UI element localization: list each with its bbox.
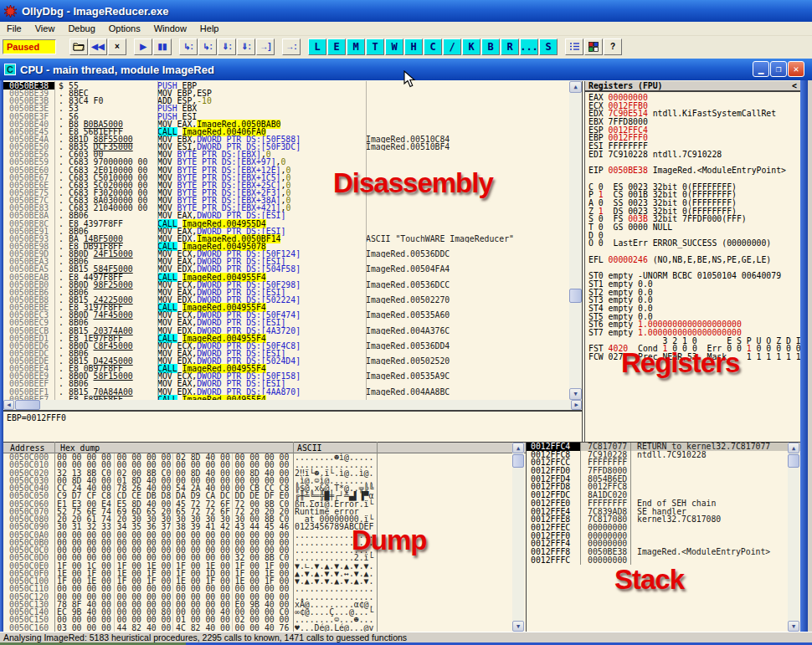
- dump-col-hex[interactable]: Hex dump: [60, 443, 100, 453]
- minimize-button[interactable]: ▁: [753, 61, 769, 77]
- stack-row[interactable]: 0012FFFC00000000: [527, 556, 800, 565]
- info-pane: EBP=0012FFF0: [3, 410, 582, 442]
- status-indicator: Paused: [3, 39, 56, 54]
- title-bar[interactable]: OllyDbg - ImageReducer.exe: [0, 0, 812, 22]
- disasm-comment: [366, 128, 582, 136]
- menu-item-view[interactable]: View: [28, 23, 62, 34]
- help-button[interactable]: ?: [604, 38, 622, 55]
- disasm-comment: [366, 258, 582, 265]
- scroll-up-icon[interactable]: ▲: [569, 81, 582, 93]
- disasm-bytes: 83C4 F0: [69, 97, 157, 105]
- references-button[interactable]: R: [501, 38, 519, 55]
- annotation-stack: Stack: [614, 564, 684, 596]
- disasm-row[interactable]: 0050BE38$55PUSH EBP: [3, 82, 582, 90]
- register-line[interactable]: T 0 GS 0000 NULL: [585, 223, 800, 232]
- disasm-hscrollbar[interactable]: ◀ ▶: [3, 400, 582, 410]
- disasm-row[interactable]: 0050BEE9.8B0D 58F15000MOV ECX,DWORD PTR …: [3, 372, 582, 380]
- disasm-comment: [366, 274, 582, 281]
- register-line[interactable]: EFL 00000246 (NO,NB,E,BE,NS,PE,GE,LE): [585, 256, 800, 264]
- handles-button[interactable]: H: [404, 38, 423, 55]
- close-icon[interactable]: ✕: [788, 61, 804, 77]
- dump-col-ascii[interactable]: ASCII: [297, 443, 322, 453]
- appearance-button[interactable]: [584, 38, 603, 55]
- source-button[interactable]: S: [539, 38, 558, 55]
- animate-over-button[interactable]: ⇓:: [237, 38, 255, 55]
- dump-vscroll-thumb[interactable]: [512, 454, 524, 468]
- menu-item-options[interactable]: Options: [102, 23, 147, 34]
- restart-button[interactable]: ◀◀: [89, 38, 107, 55]
- disasm-row[interactable]: 0050BEC3.8B0D 74F45000MOV ECX,DWORD PTR …: [3, 311, 582, 319]
- dump-col-address[interactable]: Address: [10, 443, 44, 453]
- step-over-button[interactable]: ↳:: [198, 38, 217, 55]
- disasm-vscroll-thumb[interactable]: [569, 289, 582, 303]
- disasm-row[interactable]: 0050BE8C.E8 4397F8FFCALL ImageRed.004955…: [3, 220, 582, 228]
- open-file-button[interactable]: [69, 38, 88, 55]
- menu-item-help[interactable]: Help: [193, 23, 226, 34]
- disasm-row[interactable]: 0050BED6.8B0D C8F45000MOV ECX,DWORD PTR …: [3, 342, 582, 350]
- stack-comment: End of SEH chain: [631, 499, 800, 508]
- scroll-down-icon[interactable]: ▼: [569, 388, 582, 400]
- scroll-right-icon[interactable]: ▶: [571, 400, 582, 410]
- scroll-down-icon[interactable]: ▼: [788, 621, 799, 632]
- disasm-comment: [366, 243, 582, 250]
- disasm-comment: [366, 365, 582, 372]
- collapse-icon[interactable]: <: [792, 81, 797, 90]
- disasm-row[interactable]: 0050BEB0.8B0D 98F25000MOV ECX,DWORD PTR …: [3, 281, 582, 289]
- registers-header[interactable]: Registers (FPU) <: [585, 81, 800, 92]
- scroll-up-icon[interactable]: ▲: [512, 443, 524, 453]
- window-frame-right: [800, 80, 808, 632]
- threads-button[interactable]: T: [366, 38, 384, 55]
- disasm-row[interactable]: 0050BE3B.83C4 F0ADD ESP,-10: [3, 97, 582, 105]
- disasm-comment: [366, 204, 582, 212]
- windows-button[interactable]: W: [385, 38, 403, 55]
- stack-comment: [631, 532, 800, 540]
- register-line[interactable]: O 0 LastErr ERROR_SUCCESS (00000000): [585, 239, 800, 248]
- disasm-comment: [366, 289, 582, 296]
- execute-till-return-button[interactable]: →]: [256, 38, 275, 55]
- stack-comment: [631, 458, 800, 467]
- step-into-button[interactable]: ↳:: [179, 38, 198, 55]
- breakpoints-button[interactable]: B: [481, 38, 500, 55]
- menu-item-file[interactable]: File: [0, 23, 28, 34]
- cpu-window-icon: C: [4, 64, 16, 75]
- disasm-comment: [366, 212, 582, 219]
- windows-list-button[interactable]: [565, 38, 583, 55]
- log-button[interactable]: L: [308, 38, 326, 55]
- run-button[interactable]: ▶: [134, 38, 152, 55]
- scroll-down-icon[interactable]: ▼: [512, 621, 524, 632]
- pause-button[interactable]: ▮▮: [153, 38, 172, 55]
- register-line[interactable]: EDI 7C910228 ntdll.7C910228: [585, 151, 800, 159]
- list-icon: [569, 42, 580, 51]
- stack-vscrollbar[interactable]: ▲ ▼: [788, 443, 799, 632]
- run-trace-button[interactable]: ...: [520, 38, 538, 55]
- scroll-up-icon[interactable]: ▲: [788, 443, 799, 453]
- dump-row[interactable]: 0050C16003 00 00 0044 82 40 004C 82 40 0…: [3, 624, 526, 632]
- patches-button[interactable]: /: [443, 38, 461, 55]
- annotation-registers: Registers: [621, 347, 739, 379]
- stack-comment: [631, 475, 800, 484]
- restore-button[interactable]: ❐: [770, 61, 787, 77]
- cpu-button[interactable]: C: [424, 38, 442, 55]
- stack-comment: [631, 556, 800, 565]
- disasm-row[interactable]: 0050BE83.C683 21040000 00MOV BYTE PTR DS…: [3, 204, 582, 212]
- disasm-hscroll-thumb[interactable]: [15, 400, 40, 410]
- menu-item-debug[interactable]: Debug: [61, 23, 101, 34]
- info-line: EBP=0012FFF0: [7, 413, 66, 422]
- disasm-comment: ImageRed.00536DDC: [366, 250, 582, 258]
- stack-vscroll-thumb[interactable]: [788, 454, 799, 468]
- close-program-button[interactable]: ×: [108, 38, 126, 55]
- disasm-row[interactable]: 0050BE3E.53PUSH EBX: [3, 105, 582, 112]
- go-to-address-button[interactable]: →:: [282, 38, 301, 55]
- disasm-vscrollbar[interactable]: ▲ ▼: [569, 81, 582, 400]
- disasm-comment: ImageRed.00502520: [366, 357, 582, 365]
- memory-button[interactable]: M: [347, 38, 365, 55]
- animate-into-button[interactable]: ⇓:: [218, 38, 236, 55]
- disasm-row[interactable]: 0050BE9D.8B0D 24F15000MOV ECX,DWORD PTR …: [3, 250, 582, 258]
- dump-vscrollbar[interactable]: ▲ ▼: [512, 443, 524, 632]
- call-stack-button[interactable]: K: [462, 38, 481, 55]
- stack-comment: ntdll.7C910228: [631, 451, 800, 459]
- menu-item-window[interactable]: Window: [147, 23, 193, 34]
- scroll-left-icon[interactable]: ◀: [3, 400, 14, 410]
- register-line[interactable]: EIP 0050BE38 ImageRed.<ModuleEntryPoint>: [585, 166, 800, 175]
- executables-button[interactable]: E: [327, 38, 346, 55]
